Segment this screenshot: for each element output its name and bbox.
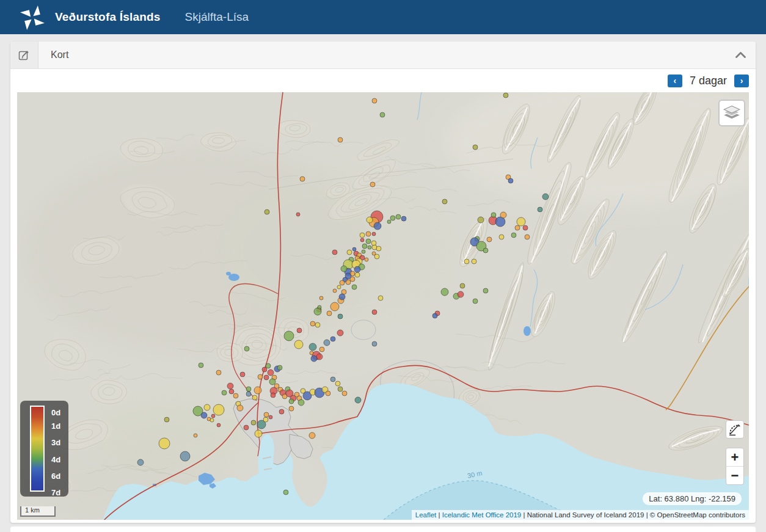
quake-marker[interactable]: [296, 213, 300, 216]
quake-marker[interactable]: [258, 374, 263, 379]
quake-marker[interactable]: [332, 250, 337, 255]
quake-marker[interactable]: [319, 347, 324, 352]
quake-marker[interactable]: [370, 182, 375, 187]
quake-marker[interactable]: [216, 370, 221, 375]
quake-marker[interactable]: [346, 280, 351, 285]
quake-marker[interactable]: [372, 341, 377, 346]
quake-marker[interactable]: [491, 213, 496, 217]
map-canvas[interactable]: 30 m: [17, 92, 749, 520]
quake-marker[interactable]: [330, 377, 335, 382]
quake-marker[interactable]: [432, 313, 437, 318]
quake-marker[interactable]: [460, 283, 465, 288]
met-office-link[interactable]: Icelandic Met Office 2019: [442, 511, 522, 519]
quake-marker[interactable]: [237, 405, 243, 411]
quake-marker[interactable]: [289, 399, 294, 404]
quake-marker[interactable]: [264, 210, 269, 214]
quake-marker[interactable]: [515, 225, 520, 230]
quake-marker[interactable]: [335, 381, 340, 386]
quake-marker[interactable]: [354, 266, 360, 272]
quake-marker[interactable]: [483, 248, 488, 253]
quake-marker[interactable]: [350, 277, 355, 282]
quake-marker[interactable]: [362, 250, 365, 253]
quake-marker[interactable]: [319, 296, 323, 300]
quake-marker[interactable]: [269, 379, 275, 385]
edit-button[interactable]: [10, 42, 38, 68]
quake-marker[interactable]: [199, 363, 203, 368]
quake-marker[interactable]: [372, 98, 377, 103]
quake-marker[interactable]: [240, 372, 245, 377]
quake-marker[interactable]: [380, 112, 385, 117]
quake-marker[interactable]: [360, 233, 365, 238]
quake-marker[interactable]: [378, 296, 383, 301]
quake-marker[interactable]: [159, 438, 170, 449]
quake-marker[interactable]: [294, 340, 303, 349]
quake-marker[interactable]: [503, 93, 508, 98]
quake-marker[interactable]: [213, 404, 224, 415]
quake-marker[interactable]: [367, 217, 373, 223]
quake-marker[interactable]: [338, 314, 343, 319]
quake-marker[interactable]: [337, 330, 343, 336]
quake-marker[interactable]: [222, 390, 227, 395]
quake-marker[interactable]: [254, 387, 261, 394]
quake-marker[interactable]: [330, 337, 335, 341]
quake-marker[interactable]: [473, 145, 478, 150]
quake-marker[interactable]: [309, 432, 315, 439]
quake-marker[interactable]: [342, 391, 347, 396]
quake-marker[interactable]: [339, 294, 345, 300]
quake-marker[interactable]: [263, 417, 268, 422]
leaflet-link[interactable]: Leaflet: [415, 511, 437, 519]
quake-marker[interactable]: [180, 451, 190, 461]
quake-marker[interactable]: [310, 321, 315, 326]
quake-marker[interactable]: [338, 137, 343, 142]
quake-marker[interactable]: [368, 246, 371, 249]
quake-marker[interactable]: [360, 238, 364, 242]
quake-marker[interactable]: [458, 291, 464, 297]
quake-marker[interactable]: [387, 220, 391, 224]
prev-day-button[interactable]: ‹: [668, 75, 682, 87]
collapse-button[interactable]: [735, 52, 746, 58]
quake-marker[interactable]: [441, 288, 448, 296]
quake-marker[interactable]: [266, 363, 271, 368]
quake-marker[interactable]: [523, 225, 528, 230]
quake-marker[interactable]: [246, 387, 251, 392]
quake-marker[interactable]: [362, 244, 367, 249]
quake-marker[interactable]: [269, 415, 272, 419]
quake-marker[interactable]: [376, 246, 381, 251]
quake-marker[interactable]: [268, 370, 274, 376]
quake-marker[interactable]: [164, 417, 169, 422]
quake-marker[interactable]: [271, 393, 275, 398]
quake-marker[interactable]: [341, 266, 347, 272]
quake-marker[interactable]: [210, 418, 214, 422]
quake-marker[interactable]: [318, 305, 321, 309]
quake-marker[interactable]: [483, 288, 488, 293]
quake-marker[interactable]: [499, 235, 504, 239]
quake-marker[interactable]: [365, 258, 368, 261]
quake-marker[interactable]: [277, 365, 282, 370]
quake-marker[interactable]: [472, 259, 476, 264]
quake-marker[interactable]: [279, 409, 284, 414]
quake-marker[interactable]: [352, 247, 356, 251]
quake-marker[interactable]: [355, 272, 360, 277]
quake-marker[interactable]: [347, 250, 352, 255]
quake-marker[interactable]: [309, 343, 316, 351]
quake-marker[interactable]: [137, 459, 144, 465]
quake-marker[interactable]: [297, 328, 302, 333]
quake-marker[interactable]: [478, 217, 484, 223]
next-day-button[interactable]: ›: [734, 75, 749, 87]
quake-marker[interactable]: [310, 351, 313, 355]
quake-marker[interactable]: [315, 322, 320, 327]
quake-marker[interactable]: [298, 399, 304, 406]
quake-marker[interactable]: [204, 404, 210, 410]
quake-marker[interactable]: [500, 212, 506, 218]
quake-marker[interactable]: [289, 406, 294, 411]
quake-marker[interactable]: [517, 217, 525, 226]
quake-marker[interactable]: [464, 259, 469, 264]
quake-marker[interactable]: [366, 239, 371, 244]
quake-marker[interactable]: [201, 412, 207, 418]
quake-marker[interactable]: [374, 254, 379, 259]
quake-marker[interactable]: [264, 412, 269, 417]
quake-marker[interactable]: [244, 346, 249, 351]
quake-marker[interactable]: [194, 434, 197, 437]
quake-marker[interactable]: [283, 490, 288, 495]
quake-marker[interactable]: [251, 420, 256, 425]
